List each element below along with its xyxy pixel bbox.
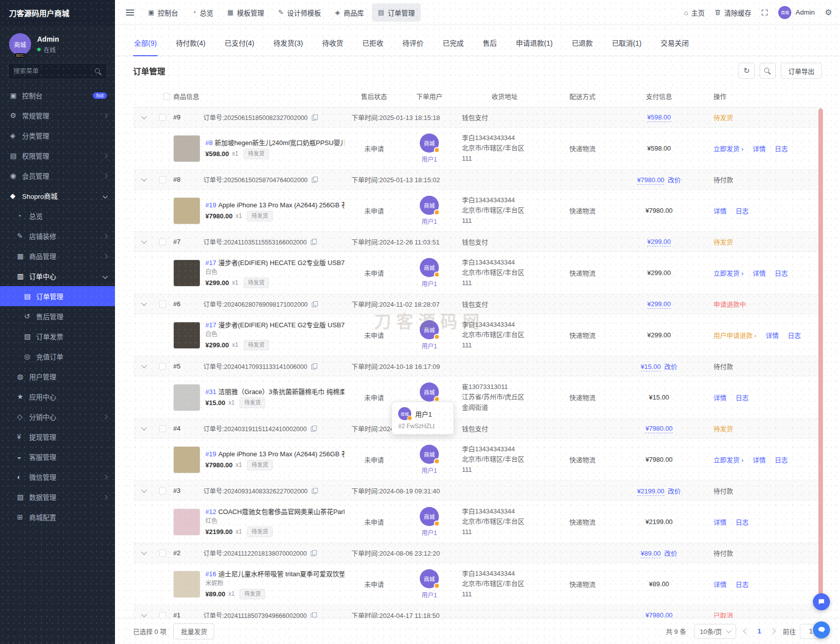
order-checkbox[interactable] [159, 176, 166, 183]
order-amount[interactable]: ¥7980.00 [637, 176, 664, 185]
product-id[interactable]: #17 [205, 259, 216, 267]
order-checkbox[interactable] [159, 238, 166, 245]
order-checkbox[interactable] [159, 487, 166, 494]
expand-chevron-icon[interactable] [141, 425, 147, 430]
order-amount[interactable]: ¥89.00 [641, 550, 661, 558]
modify-price-link[interactable]: 改价 [664, 550, 677, 557]
sidebar-item[interactable]: ⊞商城配置 [0, 507, 115, 527]
buyer-cell[interactable]: 商城用户1 [397, 507, 462, 537]
status-tab[interactable]: 待发货(3) [272, 38, 304, 56]
batch-ship-button[interactable]: 批量发货 [173, 623, 214, 639]
detail-link[interactable]: 详情 [766, 332, 779, 339]
detail-link[interactable]: 详情 [713, 581, 727, 588]
product-id[interactable]: #12 [205, 508, 216, 516]
status-tab[interactable]: 待收货 [321, 38, 344, 56]
status-tab[interactable]: 已完成 [442, 38, 465, 56]
sidebar-item[interactable]: ◔总览 [0, 206, 115, 226]
order-amount[interactable]: ¥2199.00 [637, 487, 664, 496]
sidebar-item[interactable]: ▤权限管理 [0, 146, 115, 166]
log-link[interactable]: 日志 [736, 519, 749, 526]
search-button[interactable] [760, 63, 776, 79]
buyer-cell[interactable]: 商城用户1 [397, 196, 462, 225]
expand-chevron-icon[interactable] [141, 549, 147, 555]
log-link[interactable]: 日志 [736, 581, 749, 588]
buyer-cell[interactable]: 商城用户1 [397, 258, 462, 288]
buyer-cell[interactable]: 商城用户1 [397, 445, 462, 474]
sidebar-item[interactable]: ◎充值订单 [0, 346, 115, 366]
product-id[interactable]: #19 [205, 450, 216, 458]
refund-request-link[interactable]: 用户申请退款 › [713, 332, 757, 339]
clear-cache-link[interactable]: 清除缓存 [714, 8, 751, 18]
chat-float-button[interactable] [813, 593, 830, 610]
log-link[interactable]: 日志 [788, 332, 801, 339]
order-amount[interactable]: ¥598.00 [647, 113, 671, 122]
status-tab[interactable]: 已支付(4) [223, 38, 255, 56]
sidebar-item[interactable]: ↺售后管理 [0, 306, 115, 326]
select-all-checkbox[interactable] [163, 93, 170, 100]
status-tab[interactable]: 申请退款(1) [515, 38, 554, 56]
buyer-cell[interactable]: 商城用户1 [397, 569, 462, 599]
sidebar-item[interactable]: ▣控制台hot [0, 85, 115, 105]
order-checkbox[interactable] [159, 114, 166, 121]
copy-icon[interactable] [311, 363, 317, 369]
page-size-select[interactable]: 10条/页 [694, 624, 736, 639]
current-page[interactable]: 1 [757, 627, 762, 635]
export-orders-button[interactable]: 订单导出 [781, 63, 822, 79]
order-checkbox[interactable] [159, 301, 166, 308]
sidebar-item[interactable]: ◒客服管理 [0, 447, 115, 467]
sidebar-item[interactable]: ◍用户管理 [0, 366, 115, 387]
detail-link[interactable]: 详情 [753, 270, 766, 277]
sidebar-item[interactable]: ▥订单中心 [0, 266, 115, 286]
order-amount[interactable]: ¥7980.00 [645, 611, 672, 618]
sidebar-item[interactable]: ✎店铺装修 [0, 226, 115, 246]
status-tab[interactable]: 待评价 [402, 38, 425, 56]
sidebar-item[interactable]: ◐微信管理 [0, 467, 115, 487]
order-checkbox[interactable] [159, 612, 166, 618]
order-checkbox[interactable] [159, 550, 166, 557]
log-link[interactable]: 日志 [775, 145, 788, 153]
product-id[interactable]: #31 [205, 388, 216, 396]
service-float-button[interactable] [813, 621, 830, 638]
product-id[interactable]: #8 [205, 139, 212, 147]
sidebar-item[interactable]: ▨数据管理 [0, 487, 115, 507]
copy-icon[interactable] [311, 550, 317, 556]
vertical-scrollbar[interactable] [818, 108, 823, 608]
hamburger-menu-icon[interactable] [126, 12, 134, 13]
sidebar-item[interactable]: ▤订单管理 [0, 286, 115, 306]
gear-icon[interactable]: ⚙ [825, 8, 832, 17]
product-id[interactable]: #19 [205, 201, 216, 209]
detail-link[interactable]: 详情 [713, 519, 727, 526]
sidebar-item[interactable]: ◉会员管理 [0, 166, 115, 186]
product-id[interactable]: #17 [205, 321, 216, 329]
sidebar-item[interactable]: ★应用中心 [0, 387, 115, 407]
status-tab[interactable]: 已取消(1) [611, 38, 643, 56]
status-tab[interactable]: 全部(9) [133, 38, 158, 56]
order-checkbox[interactable] [159, 425, 166, 432]
prev-page-button[interactable] [743, 628, 750, 634]
status-tab[interactable]: 已退款 [571, 38, 594, 56]
ship-now-link[interactable]: 立即发货 › [713, 456, 744, 464]
product-id[interactable]: #16 [205, 570, 216, 578]
copy-icon[interactable] [312, 301, 318, 307]
topnav-item[interactable]: ▦模板管理 [221, 4, 270, 22]
modify-price-link[interactable]: 改价 [668, 487, 681, 495]
order-amount[interactable]: ¥299.00 [647, 238, 671, 246]
expand-chevron-icon[interactable] [141, 113, 147, 119]
order-amount[interactable]: ¥7980.00 [645, 425, 672, 433]
detail-link[interactable]: 详情 [753, 456, 766, 464]
topnav-item[interactable]: ▤订单管理 [372, 4, 421, 22]
refresh-button[interactable]: ↻ [739, 63, 755, 79]
topnav-item[interactable]: ▣控制台 [142, 4, 184, 22]
buyer-cell[interactable]: 商城用户1 [397, 134, 462, 163]
buyer-name[interactable]: 用户1 [422, 590, 437, 599]
topnav-item[interactable]: ✎设计师模板 [272, 4, 327, 22]
topnav-item[interactable]: ◈商品库 [329, 4, 370, 22]
sidebar-item[interactable]: ▧订单发票 [0, 326, 115, 346]
copy-icon[interactable] [312, 177, 318, 183]
order-amount[interactable]: ¥15.00 [641, 363, 661, 371]
status-tab[interactable]: 交易关闭 [660, 38, 690, 56]
sidebar-item[interactable]: ◆Shopro商城 [0, 186, 115, 206]
expand-chevron-icon[interactable] [141, 300, 147, 306]
expand-chevron-icon[interactable] [141, 362, 147, 368]
admin-menu[interactable]: 商城 Admin [778, 6, 814, 19]
